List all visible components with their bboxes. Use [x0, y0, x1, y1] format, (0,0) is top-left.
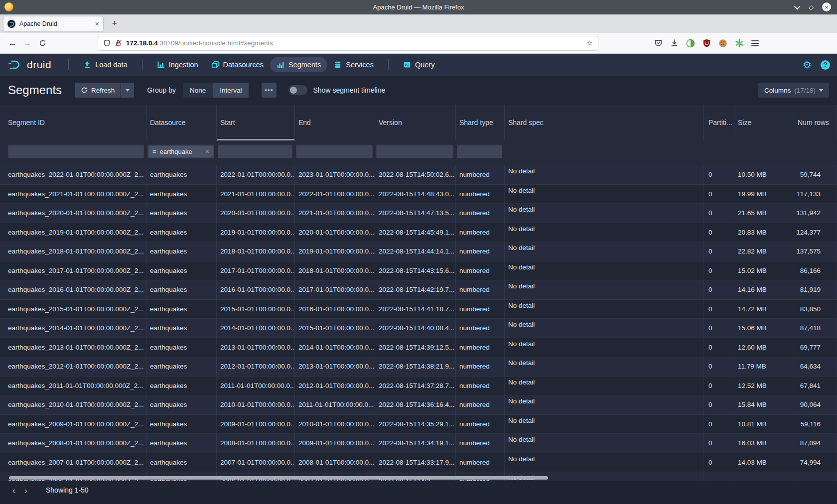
table-row[interactable]: earthquakes_2015-01-01T00:00:00.000Z_2..… [0, 300, 837, 319]
cell-segment-id: earthquakes_2016-01-01T00:00:00.000Z_2..… [0, 280, 146, 300]
group-by-none-button[interactable]: None [183, 83, 213, 98]
table-row[interactable]: earthquakes_2016-01-01T00:00:00.000Z_2..… [0, 280, 837, 300]
filter-input-datasource[interactable]: = earthquake × [147, 144, 214, 158]
nav-item-load-data[interactable]: Load data [77, 57, 134, 72]
cell-end: 2016-01-01T00:00:00.0... [295, 300, 375, 319]
table-row[interactable]: earthquakes_2014-01-01T00:00:00.000Z_2..… [0, 319, 837, 338]
cell-datasource: earthquakes [146, 395, 217, 415]
druid-logo[interactable]: druid [7, 59, 51, 71]
table-body: earthquakes_2022-01-01T00:00:00.000Z_2..… [0, 165, 837, 481]
window-maximize-icon[interactable]: ◇ [809, 4, 814, 10]
cell-start: 2010-01-01T00:00:00.0... [217, 395, 295, 415]
segment-timeline-toggle[interactable] [288, 85, 307, 95]
cookie-icon[interactable] [718, 39, 727, 48]
table-row[interactable]: earthquakes_2017-01-01T00:00:00.000Z_2..… [0, 261, 837, 281]
lock-insecure-icon[interactable] [115, 39, 122, 47]
table-row[interactable]: earthquakes_2022-01-01T00:00:00.000Z_2..… [0, 165, 837, 185]
column-header-segment-id[interactable]: Segment ID [0, 105, 146, 140]
tag-remove-icon[interactable]: × [205, 148, 209, 155]
shield-icon[interactable] [103, 39, 111, 47]
table-row[interactable]: earthquakes_2019-01-01T00:00:00.000Z_2..… [0, 223, 837, 243]
column-header-num-rows[interactable]: Num rows [794, 105, 837, 140]
url-host: 172.18.0.4 [126, 39, 158, 47]
table-row[interactable]: earthquakes_2009-01-01T00:00:00.000Z_2..… [0, 415, 837, 434]
new-tab-button[interactable]: + [108, 17, 121, 30]
next-page-button[interactable]: › [20, 485, 32, 497]
cell-shard-type: numbered [456, 280, 505, 300]
cell-num-rows: 59,744 [794, 165, 837, 185]
refresh-options-button[interactable] [121, 83, 134, 98]
cell-num-rows: 69,777 [794, 338, 837, 358]
bookmark-star-icon[interactable]: ☆ [586, 39, 593, 48]
filter-input-version[interactable] [376, 144, 453, 158]
column-header-partition[interactable]: Partiti... [704, 105, 734, 140]
table-row[interactable]: earthquakes_2008-01-01T00:00:00.000Z_2..… [0, 434, 837, 453]
nav-item-ingestion[interactable]: Ingestion [150, 57, 205, 72]
nav-separator [388, 59, 389, 70]
cell-datasource: earthquakes [146, 434, 217, 453]
browser-tab[interactable]: Apache Druid × [3, 16, 103, 31]
column-header-datasource[interactable]: Datasource [146, 105, 217, 140]
window-close-icon[interactable]: × [822, 2, 831, 11]
nav-item-query[interactable]: Query [397, 57, 441, 72]
table-row[interactable]: earthquakes_2011-01-01T00:00:00.000Z_2..… [0, 377, 837, 396]
cell-shard-spec: No detail [505, 165, 704, 185]
cell-segment-id: earthquakes_2009-01-01T00:00:00.000Z_2..… [0, 415, 146, 434]
horizontal-scrollbar[interactable] [9, 476, 548, 480]
table-row[interactable]: earthquakes_2020-01-01T00:00:00.000Z_2..… [0, 204, 837, 223]
column-header-shard-type[interactable]: Shard type [456, 105, 505, 140]
more-options-button[interactable] [262, 83, 277, 98]
nav-item-services[interactable]: Services [327, 57, 380, 72]
filter-input-start[interactable] [218, 144, 292, 158]
column-header-start[interactable]: Start [217, 105, 295, 140]
back-button[interactable]: ← [5, 36, 20, 51]
cell-datasource: earthquakes [146, 204, 217, 223]
download-icon[interactable] [670, 39, 679, 47]
reload-button[interactable] [35, 36, 50, 51]
hamburger-menu-icon[interactable] [751, 40, 759, 46]
help-icon[interactable]: ? [821, 60, 830, 70]
cell-shard-type: numbered [456, 242, 505, 261]
table-row[interactable]: earthquakes_2012-01-01T00:00:00.000Z_2..… [0, 357, 837, 377]
cell-num-rows [794, 472, 837, 481]
filter-input-end[interactable] [296, 144, 373, 158]
pocket-icon[interactable] [654, 39, 663, 47]
refresh-button[interactable]: Refresh [75, 83, 121, 98]
table-row[interactable]: earthquakes_2021-01-01T00:00:00.000Z_2..… [0, 185, 837, 204]
cell-end: 2008-01-01T00:00:00.0... [295, 453, 375, 473]
group-by-interval-button[interactable]: Interval [213, 83, 248, 98]
cell-partition: 0 [704, 319, 734, 338]
nav-item-datasources[interactable]: Datasources [205, 57, 270, 72]
cell-num-rows: 87,094 [794, 434, 837, 453]
filter-input-segment-id[interactable] [8, 144, 144, 158]
cell-partition: 0 [704, 415, 734, 434]
nav-item-label: Ingestion [169, 61, 198, 69]
privacy-badger-icon[interactable] [686, 39, 695, 48]
table-row[interactable]: earthquakes_2010-01-01T00:00:00.000Z_2..… [0, 395, 837, 415]
cell-shard-type: numbered [456, 300, 505, 319]
table-row[interactable]: earthquakes_2007-01-01T00:00:00.000Z_2..… [0, 453, 837, 473]
column-header-version[interactable]: Version [375, 105, 456, 140]
url-bar[interactable]: 172.18.0.4:30109/unified-console.html#se… [98, 36, 598, 51]
table-row[interactable]: earthquakes_2018-01-01T00:00:00.000Z_2..… [0, 242, 837, 261]
extension-asterisk-icon[interactable] [735, 39, 744, 48]
table-row[interactable]: earthquakes_2013-01-01T00:00:00.000Z_2..… [0, 338, 837, 358]
cell-shard-type: numbered [456, 395, 505, 415]
pagination-bar: ‹ › Showing 1-50 [0, 481, 837, 504]
forward-button[interactable]: → [20, 36, 35, 51]
caret-down-icon [126, 89, 130, 92]
cell-shard-spec: No detail [505, 185, 704, 204]
table-filter-row: = earthquake × [0, 140, 837, 165]
settings-gear-icon[interactable]: ⚙ [803, 60, 812, 70]
nav-item-segments[interactable]: Segments [270, 57, 327, 72]
column-header-end[interactable]: End [295, 105, 375, 140]
filter-input-shard-type[interactable] [457, 144, 502, 158]
cell-datasource: earthquakes [146, 319, 217, 338]
column-header-size[interactable]: Size [734, 105, 794, 140]
prev-page-button[interactable]: ‹ [8, 485, 20, 497]
ublock-icon[interactable] [702, 39, 711, 47]
cell-shard-spec: No detail [505, 453, 704, 473]
columns-button[interactable]: Columns (17/18) [758, 83, 829, 98]
column-header-shard-spec[interactable]: Shard spec [505, 105, 704, 140]
tab-close-icon[interactable]: × [95, 20, 99, 27]
